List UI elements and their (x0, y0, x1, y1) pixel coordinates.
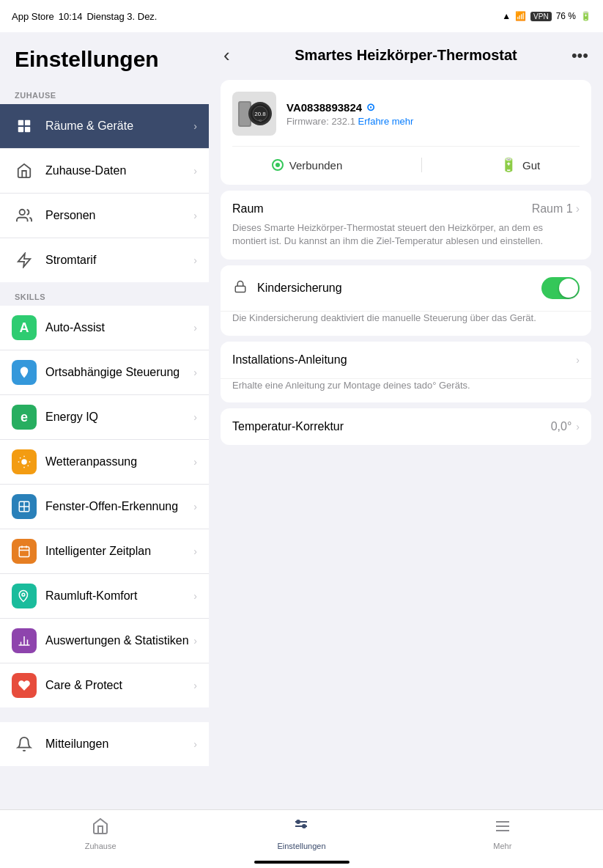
raum-chevron: › (576, 202, 580, 216)
raeume-label: Räume & Geräte (45, 119, 193, 133)
sidebar-item-auswertungen[interactable]: Auswertungen & Statistiken › (0, 619, 209, 663)
kindersicherung-toggle[interactable] (541, 277, 580, 299)
energy-iq-chevron: › (193, 411, 197, 423)
wifi-icon: 📶 (515, 11, 526, 21)
firmware-link[interactable]: Erfahre mehr (358, 116, 414, 127)
temperatur-chevron: › (576, 421, 580, 433)
zuhause-daten-icon (12, 158, 37, 183)
raum-header[interactable]: Raum Raum 1 › (232, 202, 580, 216)
device-details: VA0838893824 ⊙ Firmware: 232.1 Erfahre m… (286, 101, 413, 127)
device-firmware-row: Firmware: 232.1 Erfahre mehr (286, 116, 413, 127)
raum-title: Raum (232, 202, 264, 216)
kindersicherung-label: Kindersicherung (257, 282, 541, 295)
sidebar-item-ortsabhaengig[interactable]: Ortsabhängige Steuerung › (0, 350, 209, 395)
installations-row[interactable]: Installations-Anleitung › (221, 342, 591, 379)
temperatur-card: Temperatur-Korrektur 0,0° › (221, 408, 591, 445)
svg-rect-27 (240, 103, 250, 125)
sidebar-item-energy-iq[interactable]: e Energy IQ › (0, 395, 209, 440)
svg-rect-0 (18, 120, 23, 125)
raeume-icon (12, 114, 37, 139)
personen-icon (12, 203, 37, 228)
vpn-badge: VPN (530, 12, 552, 21)
sidebar-item-fenster[interactable]: Fenster-Offen-Erkennung › (0, 485, 209, 529)
auto-assist-chevron: › (193, 322, 197, 334)
skills-menu-list: A Auto-Assist › Ortsabhängige Steuerung … (0, 306, 209, 707)
raumluft-icon (12, 584, 37, 608)
installations-card: Installations-Anleitung › Erhalte eine A… (221, 342, 591, 402)
device-id-text: VA0838893824 (286, 101, 362, 114)
back-button[interactable]: ‹ (223, 44, 245, 67)
ortsabhaengig-label: Ortsabhängige Steuerung (45, 365, 193, 379)
sidebar-item-raumluft[interactable]: Raumluft-Komfort › (0, 574, 209, 619)
raumluft-label: Raumluft-Komfort (45, 589, 193, 603)
tab-einstellungen[interactable]: Einstellungen (201, 817, 402, 850)
tab-mehr-label: Mehr (493, 842, 511, 850)
home-indicator (254, 861, 349, 864)
sidebar-item-personen[interactable]: Personen › (0, 194, 209, 238)
svg-rect-1 (25, 120, 30, 125)
temperatur-row[interactable]: Temperatur-Korrektur 0,0° › (221, 408, 591, 445)
status-left: App Store 10:14 Dienstag 3. Dez. (12, 11, 157, 22)
extra-menu-list: Mitteilungen › (0, 722, 209, 766)
right-panel: ‹ Smartes Heizkörper-Thermostat ••• 20.8… (209, 32, 603, 868)
copy-icon[interactable]: ⊙ (366, 101, 375, 113)
svg-text:20.8: 20.8 (254, 111, 266, 117)
zuhause-daten-label: Zuhause-Daten (45, 163, 193, 177)
svg-line-10 (20, 457, 21, 458)
battery-status: 🔋 Gut (500, 157, 540, 173)
raumluft-chevron: › (193, 590, 197, 602)
section-header-zuhause: ZUHAUSE (0, 81, 209, 104)
temperatur-value: 0,0° (551, 420, 572, 433)
tab-mehr[interactable]: Mehr (402, 817, 603, 850)
mitteilungen-icon (12, 732, 37, 757)
svg-point-39 (303, 825, 306, 828)
svg-point-7 (21, 459, 27, 465)
battery-label: 76 % (556, 11, 576, 21)
tab-zuhause-icon (92, 817, 109, 839)
raum-value: Raum 1 (532, 202, 573, 216)
connected-status: Verbunden (272, 159, 343, 172)
tab-mehr-icon (494, 817, 511, 839)
installations-description: Erhalte eine Anleitung zur Montage deine… (221, 379, 591, 402)
sidebar-item-auto-assist[interactable]: A Auto-Assist › (0, 306, 209, 350)
zeitplan-chevron: › (193, 545, 197, 557)
sidebar-item-wetteranpassung[interactable]: Wetteranpassung › (0, 440, 209, 485)
svg-line-11 (28, 466, 29, 466)
sidebar-item-care-protect[interactable]: Care & Protect › (0, 663, 209, 707)
tab-einstellungen-icon (292, 817, 310, 839)
sidebar-item-stromtarif[interactable]: Stromtarif › (0, 238, 209, 282)
more-button[interactable]: ••• (566, 46, 588, 65)
tab-zuhause[interactable]: Zuhause (0, 817, 201, 850)
raum-description: Dieses Smarte Heizkörper-Thermostat steu… (232, 221, 580, 248)
raeume-chevron: › (193, 120, 197, 132)
device-card: 20.8 °C VA0838893824 ⊙ Firmware: 232.1 E… (221, 80, 591, 185)
svg-point-21 (22, 593, 25, 596)
care-protect-chevron: › (193, 680, 197, 691)
auto-assist-icon: A (12, 315, 37, 340)
zeitplan-label: Intelligenter Zeitplan (45, 544, 193, 558)
fenster-label: Fenster-Offen-Erkennung (45, 499, 193, 513)
sidebar-item-zeitplan[interactable]: Intelligenter Zeitplan › (0, 529, 209, 574)
auto-assist-label: Auto-Assist (45, 320, 193, 334)
sidebar-item-raeume[interactable]: Räume & Geräte › (0, 104, 209, 149)
auswertungen-chevron: › (193, 635, 197, 647)
auswertungen-icon (12, 628, 37, 653)
kindersicherung-description: Die Kindersicherung deaktiviert die manu… (221, 312, 591, 335)
device-info: 20.8 °C VA0838893824 ⊙ Firmware: 232.1 E… (232, 92, 580, 136)
fenster-icon (12, 494, 37, 519)
svg-rect-3 (25, 127, 30, 132)
sidebar-item-zuhause-daten[interactable]: Zuhause-Daten › (0, 149, 209, 194)
tab-zuhause-label: Zuhause (85, 842, 116, 850)
firmware-label: Firmware: 232.1 (286, 116, 355, 127)
svg-rect-2 (18, 127, 23, 132)
mitteilungen-label: Mitteilungen (45, 737, 193, 751)
raum-card: Raum Raum 1 › Dieses Smarte Heizkörper-T… (221, 191, 591, 260)
personen-chevron: › (193, 210, 197, 221)
auswertungen-label: Auswertungen & Statistiken (45, 633, 193, 647)
tab-einstellungen-label: Einstellungen (277, 842, 325, 850)
status-bar: App Store 10:14 Dienstag 3. Dez. ▲ 📶 VPN… (0, 0, 603, 32)
raum-value-row[interactable]: Raum 1 › (532, 202, 580, 216)
temperatur-label: Temperatur-Korrektur (232, 420, 551, 433)
sidebar-item-mitteilungen[interactable]: Mitteilungen › (0, 722, 209, 766)
section-header-skills: SKILLS (0, 282, 209, 306)
